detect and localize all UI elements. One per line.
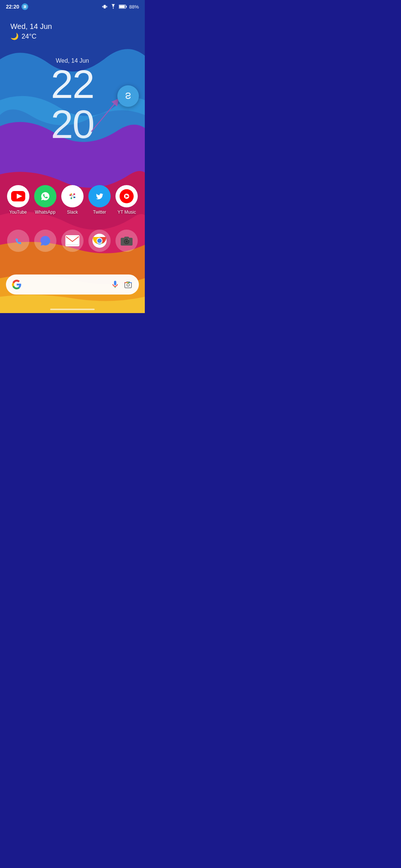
svg-rect-5 [102,6,102,7]
status-bar: 22:20 [0,0,145,13]
whatsapp-icon [34,185,56,207]
svg-point-39 [116,281,118,283]
chrome-app[interactable] [88,230,111,252]
youtube-app[interactable]: YouTube [7,185,29,215]
app-row-2 [0,230,145,252]
svg-point-32 [97,239,102,243]
search-bar[interactable] [6,274,139,295]
weather-icon: 🌙 [10,32,19,40]
nav-bar-indicator [50,309,95,310]
slack-icon [61,185,84,207]
messages-icon [34,230,56,252]
twitter-icon [88,185,111,207]
svg-point-41 [127,284,130,286]
chrome-icon [88,230,111,252]
battery-icon [119,4,127,9]
camera-icon [115,230,138,252]
slack-label: Slack [67,210,78,215]
weather-widget: Wed, 14 Jun 🌙 24°C [10,22,52,40]
svg-rect-10 [119,5,125,8]
gmail-icon [61,230,84,252]
twitter-label: Twitter [93,210,106,215]
clock-widget: Wed, 14 Jun 22 20 [51,57,94,144]
whatsapp-label: WhatsApp [35,210,55,215]
weather-temp-value: 24°C [22,33,36,40]
ytmusic-icon [115,185,138,207]
wifi-icon [110,4,117,9]
vibrate-icon [102,4,108,10]
svg-rect-9 [126,6,127,8]
phone-icon [7,230,29,252]
youtube-label: YouTube [9,210,27,215]
svg-point-37 [128,239,129,240]
camera-app[interactable] [115,230,138,252]
svg-rect-4 [106,6,106,7]
svg-rect-18 [74,197,75,198]
shazam-status-icon [22,3,28,10]
shazam-icon [121,89,135,103]
messages-app[interactable] [34,230,56,252]
youtube-icon [7,185,29,207]
lens-icon[interactable] [123,280,133,289]
ytmusic-app[interactable]: YT Music [115,185,138,215]
clock-minutes: 20 [51,104,94,144]
svg-rect-38 [115,287,115,288]
status-right: 88% [102,4,139,10]
app-row-1: YouTube WhatsApp [0,185,145,215]
ytmusic-label: YT Music [117,210,136,215]
clock-date-label: Wed, 14 Jun [51,57,94,64]
gmail-app[interactable] [61,230,84,252]
google-logo [12,280,22,289]
svg-point-36 [125,240,128,243]
battery-percent: 88% [129,4,139,10]
shazam-button[interactable] [117,85,139,107]
twitter-app[interactable]: Twitter [88,185,111,215]
svg-rect-6 [107,6,107,7]
whatsapp-app[interactable]: WhatsApp [34,185,56,215]
status-left: 22:20 [6,3,28,10]
svg-point-7 [113,8,114,9]
svg-point-16 [65,189,79,203]
clock-hours: 22 [51,64,94,104]
weather-date: Wed, 14 Jun [10,22,52,31]
home-screen: 22:20 [0,0,145,313]
background [0,0,145,313]
weather-temp: 🌙 24°C [10,32,52,40]
status-time: 22:20 [6,4,19,10]
search-icons-area [111,280,133,289]
microphone-icon[interactable] [111,280,120,289]
svg-rect-2 [104,5,105,8]
svg-rect-21 [73,194,75,195]
svg-rect-3 [103,6,103,7]
phone-app[interactable] [7,230,29,252]
slack-app[interactable]: Slack [61,185,84,215]
